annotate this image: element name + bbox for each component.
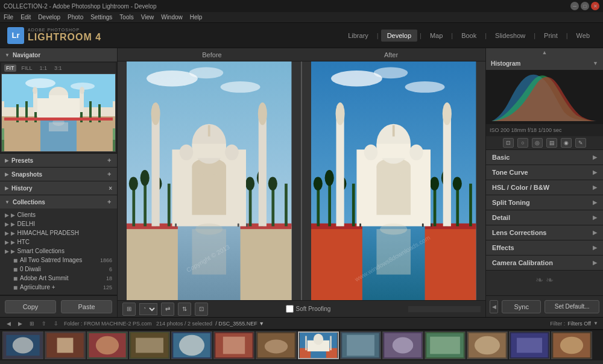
film-thumb-12[interactable] <box>467 331 508 359</box>
tab-map[interactable]: Map <box>424 30 449 42</box>
soft-proofing-checkbox[interactable] <box>286 305 294 313</box>
hsl-header[interactable]: HSL / Color / B&W ▶ <box>486 180 603 195</box>
filmstrip-grid-view[interactable]: ⊞ <box>28 320 36 327</box>
presets-add-button[interactable]: ＋ <box>106 156 112 165</box>
close-button[interactable]: ✕ <box>591 2 599 10</box>
sync-button[interactable]: Sync <box>502 300 541 313</box>
camera-calibration-header[interactable]: Camera Calibration ▶ <box>486 256 603 270</box>
radial-filter-tool[interactable]: ◉ <box>561 138 572 148</box>
zoom-fit-button[interactable]: ⊞ <box>122 303 136 316</box>
film-thumb-1[interactable] <box>2 331 43 359</box>
before-after-swap-button[interactable]: ⇄ <box>161 303 174 316</box>
collection-item-diwali[interactable]: ◼ 0 Diwali 6 <box>0 265 117 274</box>
film-thumb-3[interactable] <box>87 331 128 359</box>
menu-view[interactable]: View <box>141 14 154 20</box>
effects-section: Effects ▶ <box>486 240 603 256</box>
fit-option-fill[interactable]: FILL <box>20 64 34 72</box>
menu-photo[interactable]: Photo <box>68 14 83 20</box>
history-header[interactable]: ▶ History × <box>0 181 117 195</box>
filmstrip-nav-next[interactable]: ▶ <box>16 320 24 327</box>
film-thumb-9[interactable] <box>340 331 381 359</box>
collection-item-starred[interactable]: ◼ All Two Satrred Images 1866 <box>0 256 117 265</box>
panel-toggle-button[interactable]: ◀ <box>490 300 498 313</box>
tone-curve-arrow: ▶ <box>593 169 597 175</box>
crop-tool[interactable]: ⊡ <box>503 138 514 148</box>
filmstrip-up[interactable]: ⇧ <box>40 320 48 327</box>
svg-rect-84 <box>469 184 472 227</box>
split-toning-header[interactable]: Split Toning ▶ <box>486 195 603 210</box>
graduated-filter-tool[interactable]: ▤ <box>546 138 557 148</box>
filmstrip-nav-prev[interactable]: ◀ <box>5 320 13 327</box>
film-thumb-13[interactable] <box>509 331 550 359</box>
presets-header[interactable]: ▶ Presets ＋ <box>0 154 117 167</box>
before-after-copy-button[interactable]: ⇅ <box>178 303 191 316</box>
film-thumb-2[interactable] <box>45 331 86 359</box>
collection-item-smart[interactable]: ▶ ▶ Smart Collections <box>0 246 117 256</box>
histogram-expand[interactable]: ▼ <box>593 60 598 66</box>
menu-edit[interactable]: Edit <box>21 14 31 20</box>
title-bar: COLLECTION-2 - Adobe Photoshop Lightroom… <box>0 0 603 12</box>
copy-button[interactable]: Copy <box>5 300 56 313</box>
tab-slideshow[interactable]: Slideshow <box>489 30 531 42</box>
folder-icon: ▶ ▶ <box>5 230 15 236</box>
film-thumb-10[interactable] <box>382 331 423 359</box>
right-panel: ▲ Histogram ▼ ISO 2 <box>485 48 603 317</box>
ba-view-select[interactable]: Y|Y Y/Y <box>139 303 157 315</box>
film-thumb-8-active[interactable] <box>298 331 339 359</box>
crop-overlay-button[interactable]: ⊡ <box>195 303 208 316</box>
maximize-button[interactable]: □ <box>581 2 589 10</box>
collection-item-delhi[interactable]: ▶ ▶ DELHI <box>0 219 117 228</box>
film-thumb-11[interactable] <box>425 331 466 359</box>
filter-value[interactable]: Filters Off <box>567 321 591 327</box>
history-close-button[interactable]: × <box>109 185 112 192</box>
tab-print[interactable]: Print <box>538 30 564 42</box>
film-thumb-6[interactable] <box>213 331 254 359</box>
right-panel-top-arrow[interactable]: ▲ <box>486 48 603 57</box>
minimize-button[interactable]: ─ <box>570 2 579 10</box>
menu-window[interactable]: Window <box>161 14 183 20</box>
menu-tools[interactable]: Tools <box>119 14 133 20</box>
menu-settings[interactable]: Settings <box>90 14 112 20</box>
filter-expand[interactable]: ▼ <box>593 321 598 326</box>
spot-removal-tool[interactable]: ○ <box>517 138 528 148</box>
menu-develop[interactable]: Develop <box>38 14 60 20</box>
collections-header[interactable]: ▼ Collections ＋ <box>0 195 117 209</box>
history-section: ▶ History × <box>0 181 117 195</box>
tone-curve-title: Tone Curve <box>492 169 528 176</box>
collection-item-adobe-art[interactable]: ◼ Adobe Art Summit 18 <box>0 274 117 283</box>
filmstrip-filename[interactable]: / DSC_3555.NEF ▼ <box>215 321 264 327</box>
collection-item-clients[interactable]: ▶ ▶ Clients <box>0 210 117 219</box>
film-thumb-14[interactable] <box>551 331 592 359</box>
film-thumb-7[interactable] <box>256 331 297 359</box>
tab-develop[interactable]: Develop <box>381 30 417 42</box>
tone-curve-header[interactable]: Tone Curve ▶ <box>486 165 603 180</box>
red-eye-tool[interactable]: ◎ <box>532 138 543 148</box>
set-default-button[interactable]: Set Default... <box>545 300 599 313</box>
tab-library[interactable]: Library <box>342 30 374 42</box>
snapshots-add-button[interactable]: ＋ <box>106 170 112 178</box>
navigator-header[interactable]: ▼ Navigator <box>0 48 117 61</box>
filmstrip-down[interactable]: ⇩ <box>52 320 60 327</box>
snapshots-header[interactable]: ▶ Snapshots ＋ <box>0 168 117 181</box>
paste-button[interactable]: Paste <box>61 300 112 313</box>
tab-web[interactable]: Web <box>570 30 596 42</box>
svg-rect-148 <box>517 338 542 353</box>
collection-item-htc[interactable]: ▶ ▶ HTC <box>0 237 117 246</box>
menu-file[interactable]: File <box>4 14 13 20</box>
collection-item-agriculture[interactable]: ◼ Agriiculture + 125 <box>0 283 117 292</box>
film-thumb-4[interactable] <box>129 331 170 359</box>
basic-header[interactable]: Basic ▶ <box>486 150 603 165</box>
fit-option-3-1[interactable]: 3:1 <box>52 64 64 72</box>
collections-add-button[interactable]: ＋ <box>106 198 112 206</box>
detail-header[interactable]: Detail ▶ <box>486 210 603 225</box>
fit-option-fit[interactable]: FIT <box>4 64 16 72</box>
collection-item-himachal[interactable]: ▶ ▶ HIMACHAL PRADESH <box>0 228 117 237</box>
film-thumb-5[interactable] <box>171 331 212 359</box>
histogram-header[interactable]: Histogram ▼ <box>486 57 603 70</box>
fit-option-1-1[interactable]: 1:1 <box>38 64 49 72</box>
menu-help[interactable]: Help <box>190 14 203 20</box>
adjustment-brush-tool[interactable]: ✎ <box>575 138 586 148</box>
effects-header[interactable]: Effects ▶ <box>486 240 603 255</box>
lens-corrections-header[interactable]: Lens Corrections ▶ <box>486 225 603 240</box>
tab-book[interactable]: Book <box>455 30 482 42</box>
